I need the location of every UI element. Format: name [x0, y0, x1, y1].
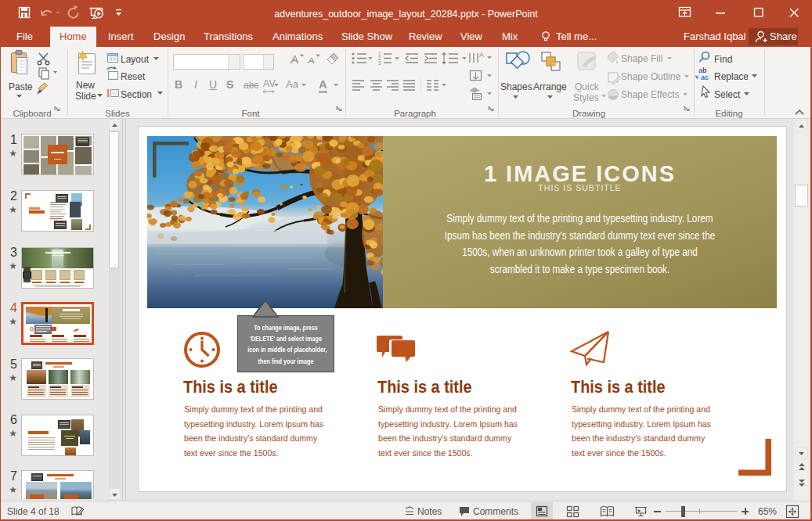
svg-text:A: A: [479, 51, 484, 59]
svg-text:ac: ac: [701, 74, 709, 81]
svg-text:3: 3: [378, 60, 381, 66]
